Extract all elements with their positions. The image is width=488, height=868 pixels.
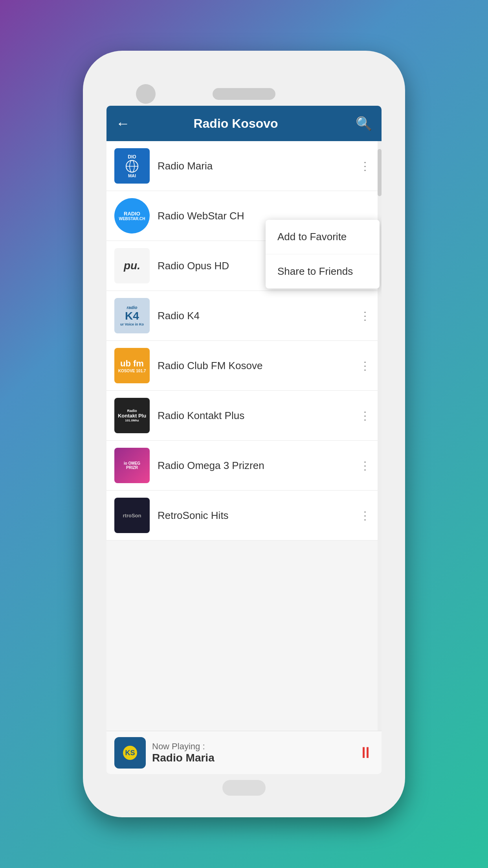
radio-name-6: Radio Kontakt Plus xyxy=(158,410,356,422)
header-title: Radio Kosovo xyxy=(138,116,334,131)
scrollbar-thumb[interactable] xyxy=(378,149,382,196)
radio-item-4[interactable]: radio K4 ur Voice in Ko Radio K4 ⋮ xyxy=(106,291,382,341)
more-button-5[interactable]: ⋮ xyxy=(356,357,374,374)
now-playing-station-name: Radio Maria xyxy=(152,752,358,764)
app-header: ← Radio Kosovo 🔍 xyxy=(106,106,382,141)
radio-name-7: Radio Omega 3 Prizren xyxy=(158,460,356,472)
now-playing-icon: KS xyxy=(114,737,146,769)
pause-button[interactable]: ⏸ xyxy=(358,744,374,761)
back-button[interactable]: ← xyxy=(116,115,130,132)
now-playing-text: Now Playing : Radio Maria xyxy=(152,741,358,764)
screen: ← Radio Kosovo 🔍 DIO MAI Radio Maria ⋮ xyxy=(106,106,382,774)
radio-logo-3: pu. xyxy=(114,248,150,283)
more-button-8[interactable]: ⋮ xyxy=(356,507,374,524)
phone-speaker xyxy=(213,88,275,100)
svg-text:KS: KS xyxy=(125,749,135,757)
radio-item-1[interactable]: DIO MAI Radio Maria ⋮ xyxy=(106,141,382,191)
radio-item-7[interactable]: io OMEG PRIZR Radio Omega 3 Prizren ⋮ xyxy=(106,441,382,491)
radio-name-4: Radio K4 xyxy=(158,310,356,322)
search-icon[interactable]: 🔍 xyxy=(356,116,372,131)
phone-home-button[interactable] xyxy=(222,780,266,796)
radio-logo-7: io OMEG PRIZR xyxy=(114,448,150,483)
radio-logo-5: ub fm KOSOVE 101.7 xyxy=(114,348,150,383)
more-button-1[interactable]: ⋮ xyxy=(356,158,374,175)
radio-name-8: RetroSonic Hits xyxy=(158,509,356,522)
radio-logo-4: radio K4 ur Voice in Ko xyxy=(114,298,150,333)
phone-camera xyxy=(136,84,156,104)
context-menu: Add to Favorite Share to Friends xyxy=(266,220,380,289)
phone-shell: ← Radio Kosovo 🔍 DIO MAI Radio Maria ⋮ xyxy=(83,51,405,817)
radio-item-6[interactable]: Radio Kontakt Plu 101.0Mhz Radio Kontakt… xyxy=(106,391,382,441)
now-playing-bar: KS Now Playing : Radio Maria ⏸ xyxy=(106,731,382,774)
radio-logo-6: Radio Kontakt Plu 101.0Mhz xyxy=(114,398,150,433)
more-button-7[interactable]: ⋮ xyxy=(356,457,374,474)
context-menu-add-favorite[interactable]: Add to Favorite xyxy=(266,220,380,254)
radio-item-5[interactable]: ub fm KOSOVE 101.7 Radio Club FM Kosove … xyxy=(106,341,382,391)
radio-logo-1: DIO MAI xyxy=(114,148,150,184)
radio-name-1: Radio Maria xyxy=(158,160,356,172)
context-menu-share-friends[interactable]: Share to Friends xyxy=(266,254,380,289)
radio-name-5: Radio Club FM Kosove xyxy=(158,360,356,372)
more-button-4[interactable]: ⋮ xyxy=(356,307,374,324)
now-playing-label: Now Playing : xyxy=(152,741,358,752)
radio-logo-8: rtroSon xyxy=(114,498,150,533)
more-button-6[interactable]: ⋮ xyxy=(356,407,374,424)
radio-item-8[interactable]: rtroSon RetroSonic Hits ⋮ xyxy=(106,491,382,541)
radio-logo-2: RADIO WEBSTAR.CH xyxy=(114,198,150,234)
radio-list: DIO MAI Radio Maria ⋮ RADIO WEBSTAR.CH R… xyxy=(106,141,382,541)
